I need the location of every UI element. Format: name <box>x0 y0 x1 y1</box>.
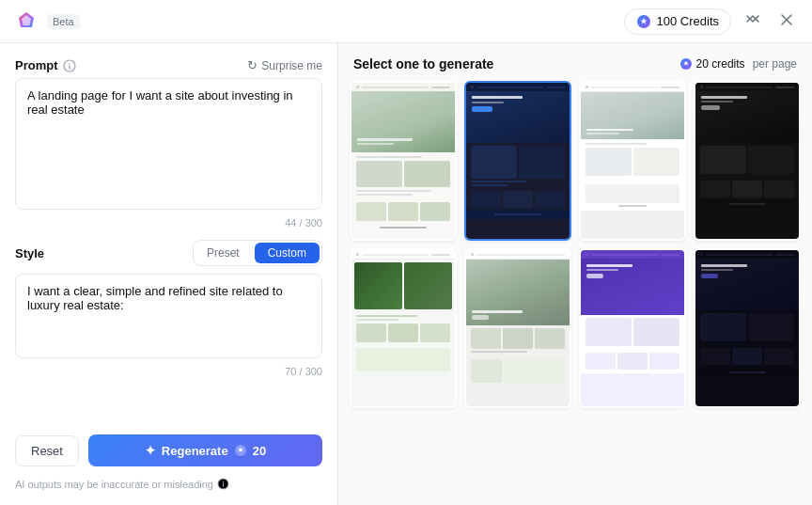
topbar-left: Beta <box>13 8 80 35</box>
ai-disclaimer: AI outputs may be inaccurate or misleadi… <box>15 478 322 490</box>
page-card-4[interactable] <box>694 81 801 241</box>
regenerate-label: Regenerate <box>162 444 228 458</box>
left-panel: Prompt ↻ Surprise me A landing page for … <box>0 43 338 505</box>
surprise-me-button[interactable]: ↻ Surprise me <box>247 58 322 72</box>
regenerate-credits: 20 <box>253 444 266 458</box>
minimize-button[interactable] <box>741 8 765 35</box>
right-title: Select one to generate <box>353 56 493 71</box>
credits-badge-icon <box>679 57 693 71</box>
credits-star-icon <box>636 14 651 29</box>
regenerate-button[interactable]: ✦ Regenerate 20 <box>88 434 322 466</box>
beta-badge: Beta <box>47 14 80 29</box>
custom-toggle[interactable]: Custom <box>255 243 320 263</box>
credits-badge: 20 credits <box>679 57 745 71</box>
credits-per-page-value: 20 credits <box>696 57 745 71</box>
page-card-2[interactable] <box>464 81 571 241</box>
disclaimer-info-icon <box>217 478 229 490</box>
main-layout: Prompt ↻ Surprise me A landing page for … <box>0 43 812 505</box>
close-icon <box>778 11 795 28</box>
prompt-info-icon[interactable] <box>63 59 76 72</box>
prompt-char-count: 44 / 300 <box>15 217 322 229</box>
page-card-5[interactable] <box>350 248 457 408</box>
style-label: Style <box>15 246 44 260</box>
prompt-section: Prompt ↻ Surprise me A landing page for … <box>15 58 322 229</box>
page-card-1[interactable] <box>350 81 457 241</box>
style-section: Style Preset Custom I want a clear, simp… <box>15 240 322 377</box>
right-panel: Select one to generate 20 credits <box>338 43 812 505</box>
page-card-7[interactable] <box>579 248 686 408</box>
credits-label: 100 Credits <box>657 14 719 28</box>
topbar-right: 100 Credits <box>624 8 799 35</box>
style-toggle-group: Preset Custom <box>193 240 322 266</box>
bottom-actions: Reset ✦ Regenerate 20 <box>15 434 322 466</box>
page-card-8[interactable] <box>694 248 801 408</box>
per-page-label: per page <box>753 57 797 71</box>
prompt-label: Prompt <box>15 58 76 72</box>
credits-mini-icon <box>234 444 247 457</box>
prompt-textarea[interactable]: A landing page for I want a site about i… <box>15 78 322 210</box>
pages-grid <box>338 81 812 505</box>
credits-button[interactable]: 100 Credits <box>624 8 731 35</box>
right-meta: 20 credits per page <box>679 57 797 71</box>
topbar: Beta 100 Credits <box>0 0 812 43</box>
regenerate-icon: ✦ <box>145 443 156 458</box>
reset-button[interactable]: Reset <box>15 435 79 466</box>
close-button[interactable] <box>774 8 799 35</box>
style-textarea[interactable]: I want a clear, simple and refined site … <box>15 274 322 358</box>
surprise-icon: ↻ <box>247 58 258 72</box>
page-card-3[interactable] <box>579 81 686 241</box>
right-header: Select one to generate 20 credits <box>338 43 812 81</box>
page-card-6[interactable] <box>464 248 571 408</box>
logo-icon <box>13 8 39 35</box>
minimize-icon <box>744 11 761 28</box>
style-char-count: 70 / 300 <box>15 366 322 377</box>
preset-toggle[interactable]: Preset <box>194 241 253 265</box>
style-header: Style Preset Custom <box>15 240 322 266</box>
prompt-header: Prompt ↻ Surprise me <box>15 58 322 72</box>
